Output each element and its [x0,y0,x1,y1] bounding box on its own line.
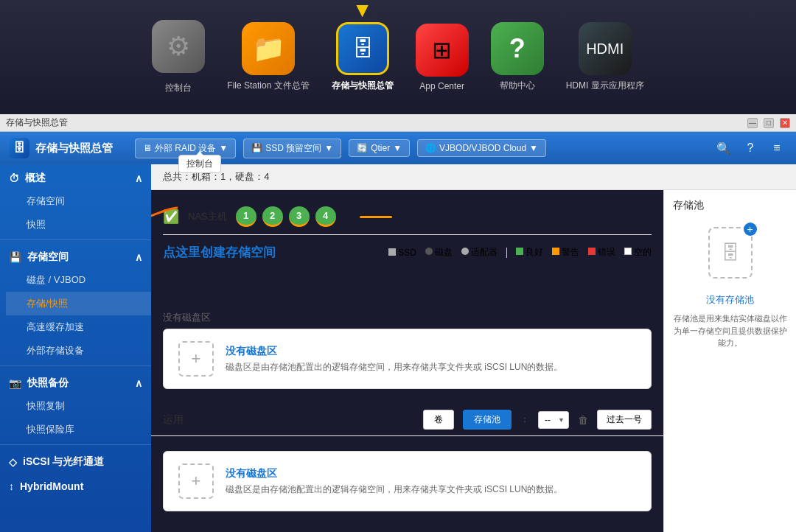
legend-divider [506,248,507,258]
qtier-icon: 🔄 [357,143,368,153]
no-disk-section-2: + 没有磁盘区 磁盘区是由存储池配置出的逻辑存储空间，用来存储共享文件夹或 iS… [151,444,663,519]
taskbar-item-hdmi[interactable]: HDMI HDMI 显示应用程序 [566,22,644,92]
filter-button[interactable]: 过去一号 [597,410,652,430]
help-icon: ? [491,22,544,75]
trash-icon[interactable]: 🗑 [578,414,588,426]
main-area: 总共：机箱：1，硬盘：4 ✅ NAS主机 1 2 3 [151,164,796,532]
tab-pool-button[interactable]: 存储池 [463,410,512,430]
taskbar-item-appcenter[interactable]: ⊞ App Center [416,24,469,91]
window-titlebar: 存储与快照总管 — □ ✕ [0,114,796,132]
no-disk-card-2: + 没有磁盘区 磁盘区是由存储池配置出的逻辑存储空间，用来存储共享文件夹或 iS… [163,451,652,511]
menu-button[interactable]: ≡ [767,138,787,158]
right-panel-title: 存储池 [673,199,787,212]
warning-legend-icon [552,248,559,255]
yunying-dropdown-wrapper: -- [538,411,569,429]
window-controls: — □ ✕ [747,118,790,128]
disk-1-button[interactable]: 1 [236,206,256,227]
filestation-label: File Station 文件总管 [227,80,309,92]
app-body: ⏱ 概述 ∧ 存储空间 快照 💾 存储空间 ∧ 磁盘 [0,164,796,532]
sidebar-item-snapshot[interactable]: 快照 [6,213,151,237]
sidebar-item-external-storage[interactable]: 外部存储设备 [6,339,151,363]
sidebar-divider-1 [0,239,151,240]
storage-label: 存储与快照总管 [332,80,394,92]
sidebar-item-disk-vjbod[interactable]: 磁盘 / VJBOD [6,268,151,292]
yunying-dropdown[interactable]: -- [538,411,569,429]
hdmi-icon: HDMI [579,22,632,75]
no-disk-icon-2: + [178,463,214,499]
sidebar-item-storage-section[interactable]: 💾 存储空间 ∧ [0,243,151,268]
app-container: 🗄 存储与快照总管 🖥 外部 RAID 设备 ▼ 💾 SSD 预留空间 ▼ 🔄 … [0,132,796,532]
taskbar-item-help[interactable]: ? 帮助中心 [491,22,544,92]
no-disk-link-1[interactable]: 没有磁盘区 [226,345,562,358]
sidebar-item-storage-space[interactable]: 存储空间 [6,189,151,213]
raid-dropdown-icon: ▼ [219,143,228,153]
console-label: 控制台 [165,82,192,94]
hdmi-label: HDMI 显示应用程序 [566,80,644,92]
qtier-button[interactable]: 🔄 Qtier ▼ [349,139,410,157]
vjbod-icon: 🌐 [425,143,436,153]
legend-hint-row: 点这里创建存储空间 SSD 磁盘 适配器 良好 警告 错误 空的 [151,244,663,267]
app-header: 🗄 存储与快照总管 🖥 外部 RAID 设备 ▼ 💾 SSD 预留空间 ▼ 🔄 … [0,132,796,164]
no-disk-link-2[interactable]: 没有磁盘区 [226,467,562,480]
content-body: ✅ NAS主机 1 2 3 4 [151,190,796,532]
adapter-legend-icon [461,248,469,255]
sidebar-divider-2 [0,365,151,366]
disk-icon: 💾 [9,251,21,263]
sidebar-item-cache-accel[interactable]: 高速缓存加速 [6,315,151,339]
raid-icon: 🖥 [143,143,152,153]
yunying-label: 运用 [163,413,184,427]
ssd-icon: 💾 [251,143,262,153]
disk-legend-icon [425,248,433,255]
taskbar-item-filestation[interactable]: 📁 File Station 文件总管 [227,22,309,92]
no-pool-icon: 🗄 + [708,227,753,279]
create-storage-hint[interactable]: 点这里创建存储空间 [163,245,276,259]
maximize-button[interactable]: □ [764,118,774,128]
search-button[interactable]: 🔍 [713,138,734,158]
sidebar-item-snapshot-backup[interactable]: 📷 快照备份 ∧ [0,369,151,394]
sidebar-item-snapshot-vault[interactable]: 快照保险库 [6,418,151,441]
error-legend-icon [588,248,596,255]
snapshot-icon: 📷 [9,377,21,389]
help-label: 帮助中心 [500,80,535,92]
tab-volume-button[interactable]: 卷 [423,410,454,430]
no-disk-desc-1: 磁盘区是由存储池配置出的逻辑存储空间，用来存储共享文件夹或 iSCSI LUN的… [226,361,562,374]
sidebar-item-overview[interactable]: ⏱ 概述 ∧ [0,164,151,189]
window-title: 存储与快照总管 [6,116,68,129]
yunying-separator: ： [520,413,529,426]
create-hint-container: 点这里创建存储空间 [163,244,276,261]
app-header-title: 🗄 存储与快照总管 [9,138,113,158]
sidebar-storage-sub: 磁盘 / VJBOD 存储/快照 高速缓存加速 外部存储设备 [0,268,151,363]
help-button[interactable]: ? [740,138,761,158]
ssd-reserve-button[interactable]: 💾 SSD 预留空间 ▼ [243,139,341,158]
sidebar-item-hybridmount[interactable]: ↕ HybridMount [0,473,151,497]
sidebar-item-storage-snapshot[interactable]: 存储/快照 [6,292,151,315]
sidebar-item-snapshot-copy[interactable]: 快照复制 [6,394,151,418]
disk-2-button[interactable]: 2 [262,206,283,227]
yellow-arrow-icon: ▼ [352,0,373,22]
disk-4-button[interactable]: 4 [315,206,336,227]
hybridmount-icon: ↕ [9,480,14,492]
sidebar-item-iscsi[interactable]: ◇ iSCSI 与光纤通道 [0,448,151,473]
vjbod-dropdown-icon: ▼ [529,143,538,153]
good-legend-icon [516,248,523,255]
right-panel: 存储池 🗄 + 没有存储池 存储池是用来集结实体磁盘以作为单一存储空间且提供数据… [663,190,796,532]
nas-host-label: NAS主机 [188,210,227,223]
no-disk-section-1: 没有磁盘区 + 没有磁盘区 磁盘区是由存储池配置出的逻辑存储空间，用来存储共享文… [151,304,663,396]
disk-underline [360,216,392,218]
no-disk-desc-2: 磁盘区是由存储池配置出的逻辑存储空间，用来存储共享文件夹或 iSCSI LUN的… [226,483,562,496]
filestation-icon: 📁 [242,22,295,75]
no-pool-link[interactable]: 没有存储池 [673,293,787,307]
minimize-button[interactable]: — [747,118,758,128]
vjbod-button[interactable]: 🌐 VJBOD/VJBOD Cloud ▼ [417,139,546,157]
content-header: 总共：机箱：1，硬盘：4 [151,164,796,190]
nas-disk-row: ✅ NAS主机 1 2 3 4 [163,199,652,235]
disk-3-button[interactable]: 3 [289,206,310,227]
no-disk-info-2: 没有磁盘区 磁盘区是由存储池配置出的逻辑存储空间，用来存储共享文件夹或 iSCS… [226,467,562,496]
taskbar-item-storage[interactable]: ▼ 🗄 存储与快照总管 [332,22,394,92]
taskbar-item-console[interactable]: ⚙ 控制台 控制台 [152,20,205,94]
sidebar-divider-3 [0,444,151,445]
console-tooltip: 控制台 [178,155,221,173]
empty-legend-icon [624,248,632,255]
close-button[interactable]: ✕ [780,118,790,128]
ssd-dropdown-icon: ▼ [324,143,333,153]
